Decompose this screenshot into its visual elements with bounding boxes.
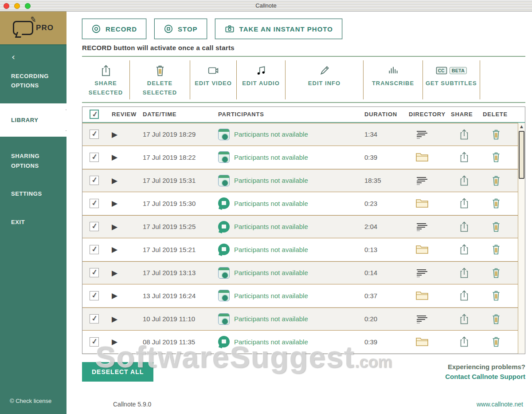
collapse-sidebar-button[interactable]: ‹ xyxy=(0,45,66,66)
trash-icon xyxy=(491,175,501,186)
directory-button[interactable] xyxy=(409,129,435,140)
sidebar-item[interactable]: EXIT xyxy=(0,212,66,233)
sidebar-item[interactable]: LIBRARY xyxy=(0,103,66,137)
action-button[interactable]: DELETE SELECTED xyxy=(130,60,190,99)
sidebar-item[interactable]: SETTINGS xyxy=(0,183,66,204)
stop-button-label: STOP xyxy=(178,25,198,33)
stop-button[interactable]: STOP xyxy=(154,19,207,39)
delete-button[interactable] xyxy=(483,313,509,325)
play-icon[interactable]: ▶ xyxy=(112,268,143,277)
action-label: TRANSCRIBE xyxy=(372,79,414,88)
play-icon[interactable]: ▶ xyxy=(112,130,143,139)
table-row: ▶ 17 Jul 2019 18:22 Participants not ava… xyxy=(82,146,525,169)
delete-button[interactable] xyxy=(483,175,509,186)
folder-icon xyxy=(415,244,429,255)
directory-button[interactable] xyxy=(409,314,435,324)
delete-button[interactable] xyxy=(483,151,509,163)
row-checkbox[interactable] xyxy=(90,222,99,231)
folder-lines-icon xyxy=(415,175,429,186)
col-duration: DURATION xyxy=(364,111,409,118)
play-icon[interactable]: ▶ xyxy=(112,291,143,300)
share-button[interactable] xyxy=(451,197,477,209)
share-button[interactable] xyxy=(451,336,477,347)
directory-button[interactable] xyxy=(409,268,435,278)
row-checkbox[interactable] xyxy=(90,268,99,277)
participants-text: Participants not available xyxy=(234,130,308,138)
directory-button[interactable] xyxy=(409,198,435,209)
action-button[interactable]: BETA GET SUBTITLES xyxy=(423,60,480,99)
share-button[interactable] xyxy=(451,267,477,279)
directory-button[interactable] xyxy=(409,175,435,186)
row-checkbox[interactable] xyxy=(90,314,99,323)
record-button[interactable]: RECORD xyxy=(82,19,146,39)
delete-button[interactable] xyxy=(483,336,509,347)
delete-button[interactable] xyxy=(483,197,509,209)
participant-app-icon xyxy=(218,244,230,255)
play-icon[interactable]: ▶ xyxy=(112,153,143,162)
row-checkbox[interactable] xyxy=(90,291,99,300)
deselect-all-button[interactable]: DESELECT ALL xyxy=(82,362,153,382)
share-button[interactable] xyxy=(451,313,477,325)
instant-photo-button[interactable]: TAKE AN INSTANT PHOTO xyxy=(215,19,342,39)
table-scrollbar[interactable]: ▲ xyxy=(518,123,525,354)
delete-button[interactable] xyxy=(483,267,509,279)
play-icon[interactable]: ▶ xyxy=(112,337,143,346)
delete-button[interactable] xyxy=(483,221,509,233)
scroll-up-arrow[interactable]: ▲ xyxy=(518,123,525,130)
play-icon[interactable]: ▶ xyxy=(112,222,143,231)
participants-text: Participants not available xyxy=(234,177,308,184)
row-datetime: 13 Jul 2019 16:24 xyxy=(143,292,218,300)
action-button[interactable]: EDIT VIDEO xyxy=(190,60,237,99)
sidebar-item-label: SETTINGS xyxy=(11,190,42,197)
play-icon[interactable]: ▶ xyxy=(112,176,143,185)
minimize-button[interactable] xyxy=(14,3,20,9)
row-checkbox[interactable] xyxy=(90,337,99,347)
close-button[interactable] xyxy=(4,3,9,9)
select-all-checkbox[interactable] xyxy=(90,110,99,119)
contact-support-link[interactable]: Contact Callnote Support xyxy=(445,372,525,382)
share-button[interactable] xyxy=(451,151,477,163)
share-button[interactable] xyxy=(451,175,477,186)
instant-photo-button-label: TAKE AN INSTANT PHOTO xyxy=(239,25,333,33)
scrollbar-thumb[interactable] xyxy=(519,131,524,179)
play-icon[interactable]: ▶ xyxy=(112,199,143,208)
play-icon[interactable]: ▶ xyxy=(112,245,143,254)
directory-button[interactable] xyxy=(409,290,435,301)
sidebar-item[interactable]: SHARING OPTIONS xyxy=(0,146,66,176)
folder-icon xyxy=(415,152,429,162)
action-button[interactable]: SHARE SELECTED xyxy=(82,60,130,99)
action-button[interactable]: EDIT INFO xyxy=(286,60,364,99)
delete-button[interactable] xyxy=(483,290,509,301)
check-license-link[interactable]: © Check license xyxy=(0,398,66,414)
row-checkbox[interactable] xyxy=(90,199,99,208)
share-button[interactable] xyxy=(451,244,477,255)
directory-button[interactable] xyxy=(409,152,435,162)
delete-button[interactable] xyxy=(483,129,509,140)
sidebar-item[interactable]: RECORDING OPTIONS xyxy=(0,66,66,96)
zoom-button[interactable] xyxy=(25,3,31,9)
share-button[interactable] xyxy=(451,129,477,140)
table-row: ▶ 17 Jul 2019 18:29 Participants not ava… xyxy=(82,123,525,146)
row-checkbox[interactable] xyxy=(90,176,99,185)
row-datetime: 17 Jul 2019 15:30 xyxy=(143,200,218,207)
participant-app-icon xyxy=(218,267,230,279)
row-duration: 1:34 xyxy=(364,130,409,138)
trash-icon xyxy=(491,244,501,255)
directory-button[interactable] xyxy=(409,221,435,232)
play-icon[interactable]: ▶ xyxy=(112,315,143,323)
delete-button[interactable] xyxy=(483,244,509,255)
row-checkbox[interactable] xyxy=(90,153,99,162)
library-actions-bar: SHARE SELECTED DELETE SELECTED EDI xyxy=(82,57,525,102)
action-button[interactable]: TRANSCRIBE xyxy=(364,60,423,99)
directory-button[interactable] xyxy=(409,244,435,255)
row-checkbox[interactable] xyxy=(90,130,99,139)
action-button[interactable]: EDIT AUDIO xyxy=(237,60,286,99)
row-checkbox[interactable] xyxy=(90,245,99,254)
share-button[interactable] xyxy=(451,221,477,233)
participants-text: Participants not available xyxy=(234,315,308,323)
beta-badge: BETA xyxy=(450,67,467,74)
participant-app-icon xyxy=(218,175,230,186)
website-link[interactable]: www.callnote.net xyxy=(477,401,523,408)
directory-button[interactable] xyxy=(409,336,435,347)
share-button[interactable] xyxy=(451,290,477,301)
